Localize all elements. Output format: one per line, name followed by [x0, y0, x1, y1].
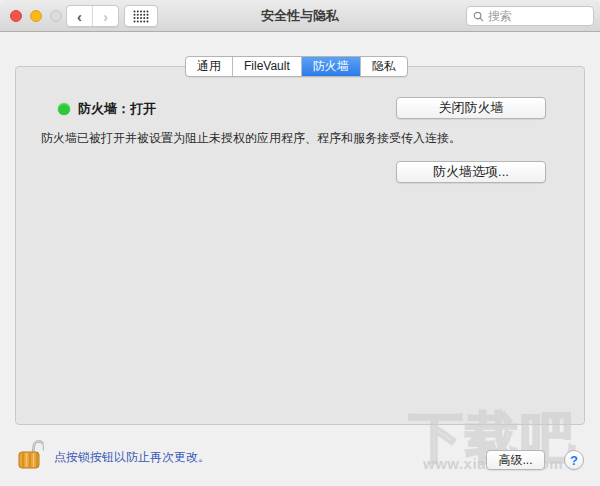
tab-general[interactable]: 通用: [186, 57, 233, 76]
nav-button-group: ‹ ›: [66, 5, 119, 27]
unlocked-padlock-icon[interactable]: [16, 438, 44, 470]
forward-button: ›: [93, 6, 118, 26]
tab-filevault[interactable]: FileVault: [233, 57, 302, 76]
help-button[interactable]: ?: [564, 450, 584, 470]
minimize-button[interactable]: [30, 10, 42, 22]
tab-bar: 通用 FileVault 防火墙 隐私: [185, 56, 408, 77]
firewall-pane: 防火墙：打开 关闭防火墙 防火墙已被打开并被设置为阻止未授权的应用程序、程序和服…: [15, 66, 585, 425]
back-button[interactable]: ‹: [67, 6, 93, 26]
firewall-status-indicator-icon: [58, 103, 70, 115]
firewall-description: 防火墙已被打开并被设置为阻止未授权的应用程序、程序和服务接受传入连接。: [41, 130, 511, 147]
lock-hint-label: 点按锁按钮以防止再次更改。: [54, 449, 210, 466]
search-input[interactable]: [488, 9, 578, 23]
tab-firewall[interactable]: 防火墙: [302, 57, 361, 76]
firewall-options-button[interactable]: 防火墙选项...: [396, 161, 546, 183]
tab-privacy[interactable]: 隐私: [361, 57, 407, 76]
turn-off-firewall-button[interactable]: 关闭防火墙: [396, 97, 546, 119]
title-bar: ‹ › 安全性与隐私: [0, 0, 600, 32]
close-button[interactable]: [10, 10, 22, 22]
zoom-button-disabled: [50, 10, 62, 22]
search-icon: [473, 11, 484, 22]
security-privacy-window: ‹ › 安全性与隐私 通用 FileVault 防: [0, 0, 600, 486]
firewall-status-label: 防火墙：打开: [78, 100, 156, 118]
advanced-button[interactable]: 高级...: [486, 450, 545, 470]
search-field[interactable]: [466, 6, 594, 26]
grid-icon: [133, 10, 149, 23]
show-all-button[interactable]: [124, 5, 158, 27]
